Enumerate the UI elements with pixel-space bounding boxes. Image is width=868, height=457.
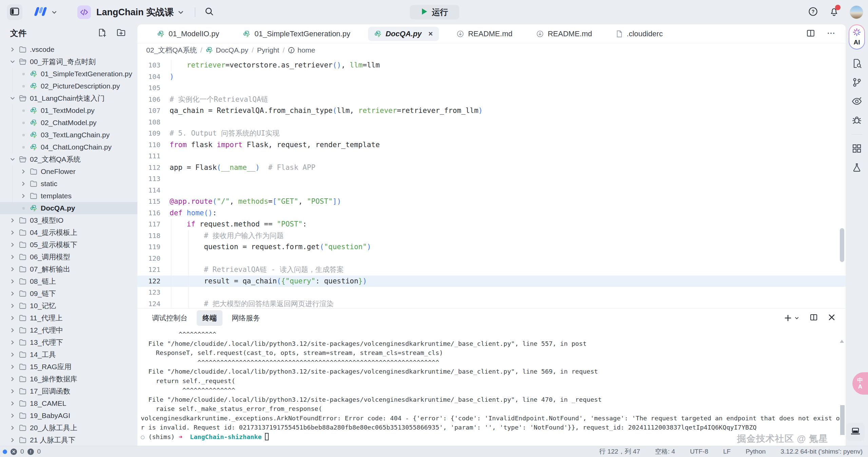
chevron-right-icon[interactable]: [8, 425, 17, 431]
chevron-right-icon[interactable]: [19, 169, 28, 174]
terminal-tab-网络服务[interactable]: 网络服务: [226, 310, 266, 326]
code-line-118[interactable]: 118 # 接收用户输入作为问题: [137, 230, 846, 242]
terminal-tab-调试控制台[interactable]: 调试控制台: [146, 310, 193, 326]
tab-README.md[interactable]: README.md: [450, 27, 519, 41]
debug-bug-icon[interactable]: [852, 115, 862, 125]
tree-item-20_-[interactable]: 20_人脉工具上: [0, 422, 137, 434]
chevron-right-icon[interactable]: [8, 303, 17, 309]
terminal-output[interactable]: ^^^^^^^^^^ File "/home/cloudide/.local/l…: [137, 327, 846, 441]
split-editor-icon[interactable]: [806, 29, 815, 39]
chevron-right-icon[interactable]: [19, 181, 28, 186]
terminal-scroll-up-arrow[interactable]: [840, 340, 844, 343]
chevron-right-icon[interactable]: [8, 364, 17, 370]
breadcrumb-item-home[interactable]: fhome: [288, 46, 315, 54]
more-actions-icon[interactable]: [827, 29, 835, 39]
status-item[interactable]: 行 122，列 47: [599, 447, 640, 456]
tree-item-17_-[interactable]: 17_回调函数: [0, 385, 137, 397]
close-panel-icon[interactable]: [828, 314, 835, 322]
code-line-121[interactable]: 121 # RetrievalQA链 - 读入问题，生成答案: [137, 264, 846, 276]
code-line-116[interactable]: 116def home():: [137, 207, 846, 219]
project-switcher[interactable]: LangChain 实战课: [77, 5, 185, 19]
tree-item-14_-[interactable]: 14_工具: [0, 349, 137, 361]
code-line-106[interactable]: 106# 实例化一个RetrievalQA链: [137, 94, 846, 105]
tree-item-11_-[interactable]: 11_代理上: [0, 312, 137, 324]
notifications-button[interactable]: [829, 6, 840, 18]
code-line-124[interactable]: 124 # 把大模型的回答结果返回网页进行渲染: [137, 298, 846, 309]
tree-item-21-[interactable]: 21 人脉工具下: [0, 434, 137, 446]
chevron-right-icon[interactable]: [8, 389, 17, 394]
code-line-119[interactable]: 119 question = request.form.get("questio…: [137, 241, 846, 253]
chevron-right-icon[interactable]: [8, 352, 17, 357]
error-count-icon[interactable]: ✕: [11, 449, 17, 455]
file-search-icon[interactable]: [852, 58, 862, 68]
chevron-right-icon[interactable]: [8, 327, 17, 333]
chevron-right-icon[interactable]: [8, 242, 17, 247]
code-line-123[interactable]: 123: [137, 287, 846, 298]
warning-count-icon[interactable]: !: [27, 449, 34, 455]
tree-item-05_-[interactable]: 05_提示模板下: [0, 239, 137, 251]
tab-01_ModelIO.py[interactable]: 01_ModelIO.py: [151, 27, 225, 41]
tree-item-02_-QA-[interactable]: 02_文档QA系统: [0, 153, 137, 165]
code-line-107[interactable]: 107qa_chain = RetrievalQA.from_chain_typ…: [137, 105, 846, 117]
code-line-120[interactable]: 120: [137, 253, 846, 264]
tree-item-10_-[interactable]: 10_记忆: [0, 300, 137, 312]
code-line-114[interactable]: 114: [137, 185, 846, 196]
chevron-right-icon[interactable]: [8, 279, 17, 284]
tree-item-.vscode[interactable]: .vscode: [0, 43, 137, 56]
code-editor[interactable]: 103 retriever=vectorstore.as_retriever()…: [137, 57, 846, 308]
tree-item-00_-_-[interactable]: 00_开篇词_奇点时刻: [0, 56, 137, 68]
breadcrumb-item-DocQA.py[interactable]: DocQA.py: [206, 46, 248, 54]
chevron-right-icon[interactable]: [8, 401, 17, 406]
tab-README.md[interactable]: README.md: [530, 27, 598, 41]
tab-DocQA.py[interactable]: DocQA.py×: [368, 27, 439, 41]
tree-item-07_-[interactable]: 07_解析输出: [0, 263, 137, 275]
chevron-right-icon[interactable]: [8, 340, 17, 345]
code-line-115[interactable]: 115@app.route("/", methods=["GET", "POST…: [137, 196, 846, 207]
tree-item-16_-[interactable]: 16_操作数据库: [0, 373, 137, 385]
status-item[interactable]: 空格: 4: [655, 447, 675, 456]
chevron-right-icon[interactable]: [8, 376, 17, 382]
tree-item-01_SimpleTextGeneration.py[interactable]: 01_SimpleTextGeneration.py: [0, 68, 137, 80]
source-control-icon[interactable]: [852, 77, 862, 87]
new-folder-icon[interactable]: [116, 28, 126, 39]
help-icon[interactable]: ?: [808, 6, 818, 18]
tree-item-04_-[interactable]: 04_提示模板上: [0, 226, 137, 239]
tree-item-08_-[interactable]: 08_链上: [0, 275, 137, 287]
search-button[interactable]: [204, 6, 214, 18]
tree-item-01_LangChain-[interactable]: 01_LangChain快速入门: [0, 92, 137, 104]
status-item[interactable]: LF: [723, 448, 731, 455]
code-line-117[interactable]: 117 if request.method == "POST":: [137, 219, 846, 230]
status-item[interactable]: UTF-8: [690, 448, 708, 455]
chevron-right-icon[interactable]: [8, 218, 17, 223]
code-line-108[interactable]: 108: [137, 117, 846, 128]
terminal-tab-终端[interactable]: 终端: [197, 310, 223, 326]
tree-item-09_-[interactable]: 09_链下: [0, 287, 137, 300]
code-line-110[interactable]: 110from flask import Flask, request, ren…: [137, 139, 846, 151]
remote-indicator-dot[interactable]: [3, 450, 7, 454]
chevron-right-icon[interactable]: [8, 437, 17, 443]
toggle-sidebar-button[interactable]: [7, 4, 22, 20]
tree-item-19_BabyAGI[interactable]: 19_BabyAGI: [0, 410, 137, 422]
ai-assistant-button[interactable]: AI: [849, 24, 865, 49]
chevron-right-icon[interactable]: [8, 254, 17, 260]
status-item[interactable]: 3.12.2 64-bit ('shims': pyenv): [780, 448, 863, 455]
tree-item-03_-IO[interactable]: 03_模型IO: [0, 214, 137, 226]
preview-eye-icon[interactable]: [851, 96, 862, 106]
chevron-right-icon[interactable]: [19, 193, 28, 199]
code-line-122[interactable]: 122 result = qa_chain({"query": question…: [137, 276, 846, 287]
code-line-103[interactable]: 103 retriever=vectorstore.as_retriever()…: [137, 60, 846, 71]
breadcrumb-item-Pyright[interactable]: Pyright: [257, 46, 279, 54]
code-line-112[interactable]: 112app = Flask(__name__) # Flask APP: [137, 162, 846, 174]
chevron-down-icon[interactable]: [8, 59, 17, 64]
tab-close-icon[interactable]: ×: [428, 29, 433, 38]
code-line-109[interactable]: 109# 5. Output 问答系统的UI实现: [137, 128, 846, 139]
code-line-113[interactable]: 113: [137, 173, 846, 185]
tree-item-DocQA.py[interactable]: DocQA.py: [0, 202, 137, 214]
tree-item-04_ChatLongChain.py[interactable]: 04_ChatLongChain.py: [0, 141, 137, 153]
tree-item-02_ChatModel.py[interactable]: 02_ChatModel.py: [0, 117, 137, 129]
tab-01_SimpleTextGeneration.py[interactable]: 01_SimpleTextGeneration.py: [237, 27, 356, 41]
tree-item-02_PictureDescription.py[interactable]: 02_PictureDescription.py: [0, 80, 137, 92]
new-file-icon[interactable]: [97, 28, 107, 39]
chevron-down-icon[interactable]: [8, 96, 17, 101]
chevron-down-icon[interactable]: [8, 157, 17, 162]
